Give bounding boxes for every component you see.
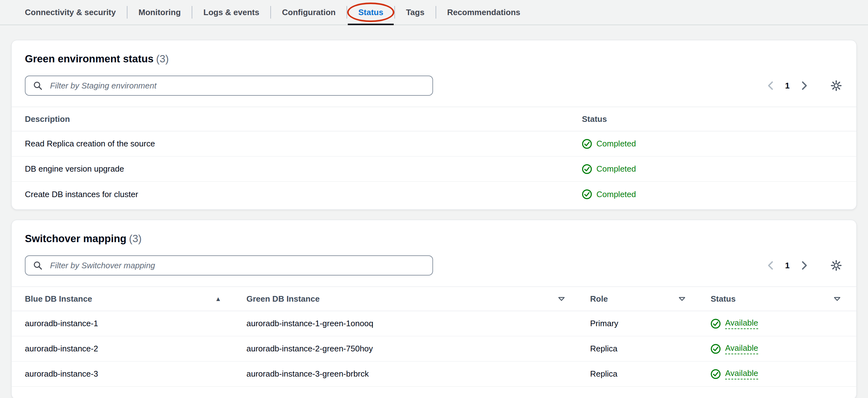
tab-configuration[interactable]: Configuration: [271, 0, 346, 25]
column-header-status: Status: [582, 114, 843, 124]
status-cell: Available: [711, 343, 843, 354]
tab-recommendations[interactable]: Recommendations: [436, 0, 532, 25]
column-header-green-db-instance[interactable]: Green DB Instance: [246, 294, 590, 304]
table-row: DB engine version upgrade Completed: [12, 156, 856, 182]
description-cell: Read Replica creation of the source: [25, 139, 582, 149]
sort-caret-down-icon[interactable]: [558, 297, 565, 301]
table-row: Create DB instances for cluster Complete…: [12, 182, 856, 207]
tab-status[interactable]: Status: [347, 0, 394, 25]
column-header-blue-db-instance[interactable]: Blue DB Instance ▲: [25, 294, 246, 304]
status-cell: Available: [711, 368, 843, 379]
switchover-filter-wrapper: [25, 255, 433, 276]
sort-caret-down-icon[interactable]: [834, 297, 841, 301]
previous-page-button[interactable]: [765, 259, 777, 271]
status-link[interactable]: Available: [725, 343, 758, 354]
status-cell: Completed: [582, 164, 843, 174]
table-row: auroradb-instance-1 auroradb-instance-1-…: [12, 311, 856, 336]
search-icon: [33, 81, 42, 90]
tab-label: Monitoring: [138, 7, 181, 17]
status-text: Completed: [596, 139, 636, 149]
current-page-number[interactable]: 1: [785, 81, 789, 91]
status-cell: Completed: [582, 189, 843, 199]
check-circle-icon: [711, 344, 721, 354]
next-page-button[interactable]: [798, 259, 810, 271]
staging-filter-input[interactable]: [25, 75, 433, 96]
blue-instance-cell: auroradb-instance-1: [25, 319, 246, 329]
column-header-role[interactable]: Role: [590, 294, 711, 304]
tab-connectivity-security[interactable]: Connectivity & security: [14, 0, 127, 25]
settings-gear-button[interactable]: [829, 79, 843, 93]
column-header-description: Description: [25, 114, 582, 124]
role-cell: Primary: [590, 319, 711, 329]
check-circle-icon: [582, 139, 592, 149]
tab-logs-events[interactable]: Logs & events: [192, 0, 270, 25]
tab-label: Recommendations: [447, 7, 521, 17]
table-row: Read Replica creation of the source Comp…: [12, 131, 856, 156]
staging-filter-wrapper: [25, 75, 433, 96]
status-table: Description Status Read Replica creation…: [12, 107, 856, 207]
card-header: Green environment status(3): [12, 40, 856, 65]
table-header-row: Description Status: [12, 107, 856, 131]
status-cell: Completed: [582, 139, 843, 149]
card-item-count: (3): [156, 53, 169, 65]
check-circle-icon: [711, 319, 721, 329]
green-environment-status-card: Green environment status(3) 1: [11, 40, 857, 210]
status-link[interactable]: Available: [725, 368, 758, 379]
description-cell: Create DB instances for cluster: [25, 189, 582, 199]
detail-tabs: Connectivity & security Monitoring Logs …: [0, 0, 868, 25]
switchover-filter-input[interactable]: [25, 255, 433, 276]
tab-label: Status: [358, 7, 383, 17]
switchover-table: Blue DB Instance ▲ Green DB Instance Rol…: [12, 286, 856, 387]
tab-monitoring[interactable]: Monitoring: [127, 0, 192, 25]
pagination: 1: [765, 79, 843, 93]
role-cell: Replica: [590, 344, 711, 354]
card-title: Green environment status: [25, 53, 154, 65]
status-text: Completed: [596, 189, 636, 199]
tab-label: Logs & events: [203, 7, 259, 17]
status-cell: Available: [711, 318, 843, 329]
blue-instance-cell: auroradb-instance-2: [25, 344, 246, 354]
search-icon: [33, 261, 42, 270]
column-header-status[interactable]: Status: [711, 294, 843, 304]
tab-label: Configuration: [282, 7, 336, 17]
switchover-mapping-card: Switchover mapping(3) 1: [11, 220, 857, 398]
settings-gear-button[interactable]: [829, 258, 843, 272]
check-circle-icon: [582, 189, 592, 199]
status-link[interactable]: Available: [725, 318, 758, 329]
pagination: 1: [765, 258, 843, 272]
tab-tags[interactable]: Tags: [395, 0, 436, 25]
tab-label: Tags: [406, 7, 425, 17]
role-cell: Replica: [590, 369, 711, 379]
blue-instance-cell: auroradb-instance-3: [25, 369, 246, 379]
green-instance-cell: auroradb-instance-2-green-750hoy: [246, 344, 590, 354]
card-toolbar: 1: [12, 255, 856, 276]
card-title: Switchover mapping: [25, 233, 126, 244]
table-row: auroradb-instance-2 auroradb-instance-2-…: [12, 336, 856, 362]
check-circle-icon: [711, 369, 721, 379]
table-header-row: Blue DB Instance ▲ Green DB Instance Rol…: [12, 286, 856, 311]
green-instance-cell: auroradb-instance-3-green-brbrck: [246, 369, 590, 379]
next-page-button[interactable]: [798, 80, 810, 92]
card-item-count: (3): [129, 233, 142, 244]
check-circle-icon: [582, 164, 592, 174]
card-toolbar: 1: [12, 75, 856, 96]
description-cell: DB engine version upgrade: [25, 164, 582, 174]
table-row: auroradb-instance-3 auroradb-instance-3-…: [12, 362, 856, 387]
tab-label: Connectivity & security: [25, 7, 116, 17]
status-text: Completed: [596, 164, 636, 174]
card-header: Switchover mapping(3): [12, 220, 856, 245]
current-page-number[interactable]: 1: [785, 261, 789, 271]
previous-page-button[interactable]: [765, 80, 777, 92]
green-instance-cell: auroradb-instance-1-green-1onooq: [246, 319, 590, 329]
sort-caret-down-icon[interactable]: [679, 297, 685, 301]
sort-ascending-icon[interactable]: ▲: [215, 295, 221, 303]
